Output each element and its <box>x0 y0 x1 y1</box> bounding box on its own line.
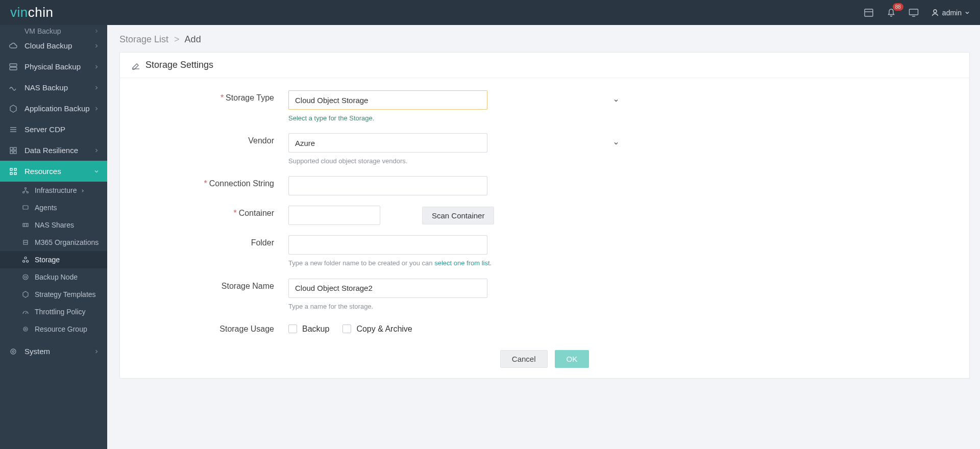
svg-rect-15 <box>14 168 16 170</box>
gear-icon <box>8 346 18 357</box>
chevron-right-icon <box>94 62 99 71</box>
sidebar-sub-agents[interactable]: Agents <box>0 199 107 216</box>
sidebar-item-physical-backup[interactable]: Physical Backup <box>0 56 107 77</box>
svg-rect-2 <box>909 9 918 15</box>
svg-rect-5 <box>10 64 17 66</box>
breadcrumb-sep: > <box>174 34 180 44</box>
row-connection-string: *Connection String <box>125 176 964 195</box>
user-menu[interactable]: admin <box>931 9 970 17</box>
row-storage-name: Storage Name Type a name for the storage… <box>125 279 964 311</box>
hex-icon <box>8 104 18 114</box>
monitor-icon[interactable] <box>909 8 919 18</box>
gauge-icon <box>21 308 30 316</box>
usage-backup-checkbox[interactable]: Backup <box>288 325 329 334</box>
label: Strategy Templates <box>35 290 96 298</box>
storage-settings-panel: Storage Settings *Storage Type Cloud Obj… <box>119 52 970 379</box>
sidebar-item-server-cdp[interactable]: Server CDP <box>0 119 107 140</box>
label: Server CDP <box>24 125 65 134</box>
panel-header: Storage Settings <box>120 53 969 78</box>
sidebar-item-application-backup[interactable]: Application Backup <box>0 98 107 119</box>
label: NAS Backup <box>24 83 68 92</box>
svg-rect-0 <box>865 9 873 16</box>
container-input[interactable] <box>288 206 380 225</box>
label: Resources <box>24 167 61 176</box>
panel-footer: Cancel OK <box>120 342 969 378</box>
row-folder: Folder Type a new folder name to be crea… <box>125 235 964 268</box>
sidebar-sub-throttling-policy[interactable]: Throttling Policy <box>0 303 107 320</box>
sidebar-item-system[interactable]: System <box>0 341 107 362</box>
wave-icon <box>8 83 18 93</box>
svg-point-28 <box>23 260 25 262</box>
svg-point-35 <box>11 349 16 354</box>
chevron-right-icon <box>94 146 99 155</box>
sidebar-sub-strategy-templates[interactable]: Strategy Templates <box>0 286 107 303</box>
content: Storage List > Add Storage Settings *Sto… <box>107 25 980 449</box>
notification-badge: 88 <box>893 3 903 11</box>
chevron-down-icon <box>94 167 99 176</box>
scan-container-button[interactable]: Scan Container <box>422 207 494 224</box>
connection-string-input[interactable] <box>288 176 487 195</box>
label-storage-usage: Storage Usage <box>125 321 288 334</box>
label: Throttling Policy <box>35 308 86 316</box>
label-storage-type: *Storage Type <box>125 90 288 103</box>
chevron-right-icon <box>94 347 99 356</box>
panel-title: Storage Settings <box>145 60 213 70</box>
stack-icon <box>8 124 18 135</box>
sidebar-sub-m365[interactable]: M365 Organizations <box>0 234 107 251</box>
folder-input[interactable] <box>288 235 487 255</box>
hint-storage-name: Type a name for the storage. <box>288 302 493 311</box>
label-container: *Container <box>125 206 288 218</box>
svg-rect-10 <box>10 147 13 150</box>
sidebar-item-resources[interactable]: Resources <box>0 161 107 182</box>
label: Agents <box>35 204 57 212</box>
sidebar-sub-nas-shares[interactable]: NAS Shares <box>0 216 107 234</box>
svg-point-36 <box>12 351 14 353</box>
select-folder-link[interactable]: select one from list. <box>434 259 492 267</box>
chevron-down-icon <box>613 139 619 148</box>
vendor-select[interactable]: Azure <box>288 133 487 153</box>
svg-point-33 <box>23 327 28 331</box>
sidebar-sub-resource-group[interactable]: Resource Group <box>0 320 107 338</box>
storage-name-input[interactable] <box>288 279 487 298</box>
org-icon <box>21 238 30 246</box>
app-header: vinchin 88 admin <box>0 0 980 25</box>
svg-point-30 <box>24 276 27 278</box>
server-icon <box>8 62 18 72</box>
hint-vendor: Supported cloud object storage vendors. <box>288 157 493 166</box>
sidebar-item-nas-backup[interactable]: NAS Backup <box>0 77 107 98</box>
chevron-right-icon <box>94 104 99 113</box>
label: NAS Shares <box>35 221 74 229</box>
sidebar-sub-infrastructure[interactable]: Infrastructure <box>0 182 107 199</box>
label: M365 Organizations <box>35 238 99 246</box>
sidebar-sub-storage[interactable]: Storage <box>0 251 107 268</box>
edit-icon <box>131 61 140 70</box>
breadcrumb-root[interactable]: Storage List <box>119 34 168 44</box>
storage-type-select[interactable]: Cloud Object Storage <box>288 90 487 110</box>
sidebar-item-cloud-backup[interactable]: Cloud Backup <box>0 35 107 56</box>
sidebar-item-vm-backup[interactable]: VM Backup <box>0 25 107 35</box>
bell-icon[interactable]: 88 <box>886 8 896 18</box>
logo-text: chin <box>28 5 54 20</box>
panel-body: *Storage Type Cloud Object Storage Selec… <box>120 78 969 342</box>
ok-button[interactable]: OK <box>555 350 590 368</box>
sidebar-sub-backup-node[interactable]: Backup Node <box>0 268 107 286</box>
label: Copy & Archive <box>356 325 412 334</box>
cancel-button[interactable]: Cancel <box>500 350 548 368</box>
network-icon <box>21 186 30 194</box>
usage-copy-archive-checkbox[interactable]: Copy & Archive <box>342 325 412 334</box>
breadcrumb-current: Add <box>185 34 201 44</box>
label: Infrastructure <box>35 186 77 194</box>
sidebar-item-data-resilience[interactable]: Data Resilience <box>0 140 107 161</box>
label: Backup <box>302 325 329 334</box>
row-container: *Container Scan Container <box>125 206 964 225</box>
svg-rect-13 <box>14 151 16 154</box>
cloud-icon <box>8 41 18 51</box>
logo-accent: vin <box>10 5 28 20</box>
brand-logo: vinchin <box>10 5 53 20</box>
drawer-icon[interactable] <box>864 8 874 18</box>
chevron-down-icon <box>965 10 970 15</box>
svg-point-34 <box>25 329 27 330</box>
header-actions: 88 admin <box>864 8 970 18</box>
svg-rect-21 <box>23 206 28 209</box>
label-connection-string: *Connection String <box>125 176 288 188</box>
